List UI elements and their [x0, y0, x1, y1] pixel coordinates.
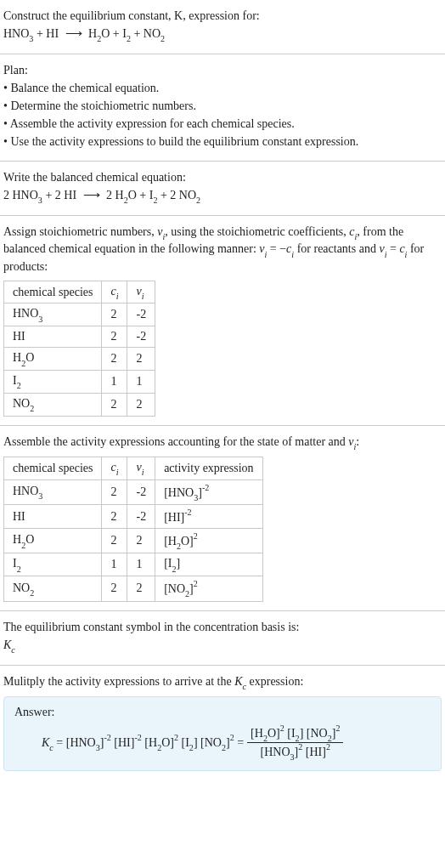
answer-box: Answer: Kc = [HNO3]-2 [HI]-2 [H2O]2 [I2]… [3, 696, 442, 771]
table-cell: I2 [4, 371, 102, 394]
table-cell: -2 [127, 505, 155, 529]
table-row: NO222[NO2]2 [4, 576, 263, 601]
table-cell: -2 [127, 304, 155, 326]
table-row: NO222 [4, 393, 155, 416]
prompt-text: Construct the equilibrium constant, K, e… [3, 9, 442, 25]
plan-item: • Determine the stoichiometric numbers. [3, 99, 442, 115]
stoich-table: chemical speciesciνi HNO32-2HI2-2H2O22I2… [3, 281, 155, 417]
table-header: ci [102, 457, 127, 480]
answer-expression: Kc = [HNO3]-2 [HI]-2 [H2O]2 [I2] [NO2]2 … [14, 724, 431, 760]
table-header: chemical species [4, 281, 102, 304]
activity-section: Assemble the activity expressions accoun… [0, 426, 445, 611]
table-header: ci [102, 281, 127, 304]
table-cell: NO2 [4, 576, 102, 601]
plan-item: • Assemble the activity expression for e… [3, 116, 442, 133]
stoich-intro: Assign stoichiometric numbers, νi, using… [3, 224, 442, 275]
table-cell: 2 [102, 576, 127, 601]
final-intro: Mulitply the activity expressions to arr… [3, 674, 442, 691]
table-cell: HNO3 [4, 304, 102, 326]
table-header: νi [127, 457, 155, 480]
table-cell: 1 [127, 553, 155, 576]
table-row: HI2-2 [4, 326, 155, 348]
table-row: H2O22[H2O]2 [4, 528, 263, 553]
prompt-section: Construct the equilibrium constant, K, e… [0, 0, 445, 54]
answer-label: Answer: [14, 706, 431, 719]
plan-title: Plan: [3, 63, 442, 79]
table-row: I211 [4, 371, 155, 394]
table-cell: 2 [102, 505, 127, 529]
table-cell: H2O [4, 528, 102, 553]
table-cell: 2 [127, 393, 155, 416]
table-cell: [I2] [155, 553, 262, 576]
table-header: activity expression [155, 457, 262, 480]
table-cell: [HI]-2 [155, 505, 262, 529]
activity-intro: Assemble the activity expressions accoun… [3, 434, 442, 451]
plan-item: • Use the activity expressions to build … [3, 134, 442, 150]
plan-section: Plan: • Balance the chemical equation.• … [0, 54, 445, 161]
table-cell: 1 [102, 553, 127, 576]
final-section: Mulitply the activity expressions to arr… [0, 666, 445, 780]
table-row: HNO32-2 [4, 304, 155, 326]
table-cell: 2 [102, 479, 127, 504]
unbalanced-equation: HNO3 + HI ⟶ H2O + I2 + NO2 [3, 26, 442, 43]
fraction-denominator: [HNO3]2 [HI]2 [247, 743, 343, 760]
symbol-section: The equilibrium constant symbol in the c… [0, 611, 445, 666]
table-cell: I2 [4, 553, 102, 576]
stoich-section: Assign stoichiometric numbers, νi, using… [0, 216, 445, 426]
table-row: I211[I2] [4, 553, 263, 576]
symbol-kc: Kc [3, 638, 442, 655]
table-cell: -2 [127, 479, 155, 504]
table-cell: HI [4, 326, 102, 348]
table-header: νi [127, 281, 155, 304]
fraction-numerator: [H2O]2 [I2] [NO2]2 [247, 724, 343, 742]
answer-lhs: Kc = [HNO3]-2 [HI]-2 [H2O]2 [I2] [NO2]2 … [42, 734, 244, 751]
table-cell: [NO2]2 [155, 576, 262, 601]
table-cell: 1 [102, 371, 127, 394]
table-cell: HNO3 [4, 479, 102, 504]
table-cell: [HNO3]-2 [155, 479, 262, 504]
answer-fraction: [H2O]2 [I2] [NO2]2 [HNO3]2 [HI]2 [247, 724, 343, 760]
table-cell: 2 [102, 393, 127, 416]
table-row: HNO32-2[HNO3]-2 [4, 479, 263, 504]
plan-item: • Balance the chemical equation. [3, 81, 442, 97]
table-header: chemical species [4, 457, 102, 480]
table-cell: 2 [102, 326, 127, 348]
table-row: HI2-2[HI]-2 [4, 505, 263, 529]
plan-list: • Balance the chemical equation.• Determ… [3, 81, 442, 150]
symbol-text: The equilibrium constant symbol in the c… [3, 620, 442, 636]
table-cell: 1 [127, 371, 155, 394]
table-cell: 2 [102, 348, 127, 371]
table-cell: -2 [127, 326, 155, 348]
table-cell: NO2 [4, 393, 102, 416]
table-cell: [H2O]2 [155, 528, 262, 553]
balanced-section: Write the balanced chemical equation: 2 … [0, 162, 445, 216]
balanced-title: Write the balanced chemical equation: [3, 170, 442, 186]
table-cell: 2 [102, 304, 127, 326]
table-cell: H2O [4, 348, 102, 371]
table-cell: 2 [127, 528, 155, 553]
table-row: H2O22 [4, 348, 155, 371]
activity-table: chemical speciesciνiactivity expression … [3, 457, 263, 602]
table-cell: 2 [127, 576, 155, 601]
table-cell: 2 [127, 348, 155, 371]
table-cell: 2 [102, 528, 127, 553]
balanced-equation: 2 HNO3 + 2 HI ⟶ 2 H2O + I2 + 2 NO2 [3, 188, 442, 205]
table-cell: HI [4, 505, 102, 529]
